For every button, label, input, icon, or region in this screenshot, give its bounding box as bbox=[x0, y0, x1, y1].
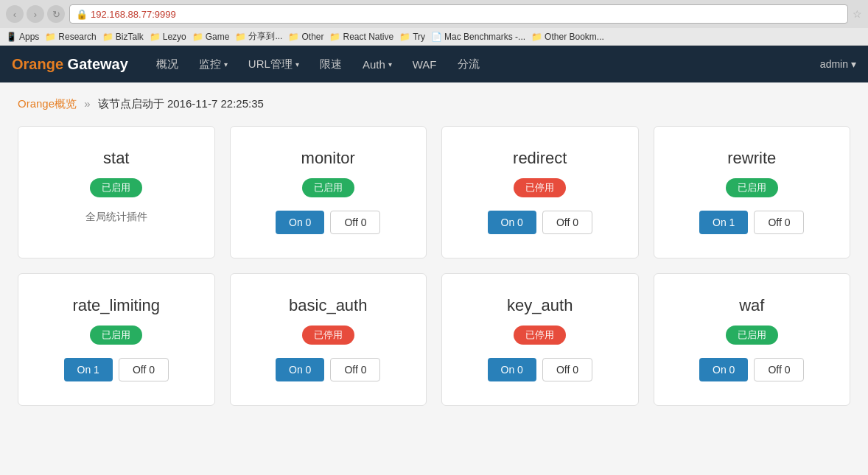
breadcrumb-separator: » bbox=[84, 97, 90, 110]
off-button[interactable]: Off 0 bbox=[754, 358, 804, 381]
navbar-right: admin ▾ bbox=[820, 58, 856, 70]
address-url: 192.168.88.77:9999 bbox=[91, 9, 176, 20]
on-button[interactable]: On 0 bbox=[276, 358, 324, 381]
off-button[interactable]: Off 0 bbox=[542, 211, 592, 234]
chevron-down-icon: ▾ bbox=[851, 58, 856, 70]
chevron-down-icon: ▾ bbox=[224, 60, 228, 68]
refresh-button[interactable]: ↻ bbox=[47, 5, 65, 23]
bookmark-react-native[interactable]: 📁 React Native bbox=[329, 32, 393, 42]
on-button[interactable]: On 0 bbox=[488, 211, 536, 234]
chevron-down-icon: ▾ bbox=[295, 60, 299, 68]
card-key-auth: key_auth 已停用 On 0 Off 0 bbox=[441, 273, 639, 406]
brand-orange: Orange bbox=[12, 56, 63, 72]
on-button[interactable]: On 0 bbox=[488, 358, 536, 381]
admin-dropdown[interactable]: admin ▾ bbox=[820, 58, 856, 70]
navbar: Orange Gateway 概况 监控▾ URL管理▾ 限速 Auth▾ WA… bbox=[0, 46, 868, 82]
bookmark-other[interactable]: 📁 Other bbox=[288, 32, 323, 42]
card-title: rewrite bbox=[727, 149, 776, 168]
card-title: rate_limiting bbox=[72, 296, 160, 315]
back-button[interactable]: ‹ bbox=[6, 5, 24, 23]
nav-rate-limit[interactable]: 限速 bbox=[309, 46, 352, 82]
address-bar[interactable]: 🔒 192.168.88.77:9999 bbox=[69, 4, 848, 24]
card-title: basic_auth bbox=[289, 296, 367, 315]
card-rewrite: rewrite 已启用 On 1 Off 0 bbox=[654, 126, 851, 258]
bookmark-apps[interactable]: 📱 Apps bbox=[6, 32, 39, 42]
brand-logo[interactable]: Orange Gateway bbox=[12, 56, 128, 73]
bookmark-lezyo[interactable]: 📁 Lezyo bbox=[150, 32, 186, 42]
card-title: stat bbox=[103, 149, 129, 168]
card-actions: On 0 Off 0 bbox=[276, 358, 380, 381]
bookmark-research[interactable]: 📁 Research bbox=[45, 32, 96, 42]
off-button[interactable]: Off 0 bbox=[119, 358, 169, 381]
off-button[interactable]: Off 0 bbox=[542, 358, 592, 381]
card-title: redirect bbox=[513, 149, 567, 168]
on-button[interactable]: On 1 bbox=[64, 358, 113, 381]
lock-icon: 🔒 bbox=[76, 9, 88, 20]
status-badge: 已启用 bbox=[726, 326, 778, 345]
star-icon[interactable]: ☆ bbox=[853, 8, 862, 20]
nav-auth[interactable]: Auth▾ bbox=[352, 46, 402, 82]
nav-distribution[interactable]: 分流 bbox=[447, 46, 490, 82]
card-actions: On 1 Off 0 bbox=[64, 358, 169, 381]
brand-white: Gateway bbox=[63, 56, 128, 72]
bookmark-try[interactable]: 📁 Try bbox=[399, 32, 425, 42]
breadcrumb-text: 该节点启动于 2016-11-7 22:25:35 bbox=[98, 97, 264, 110]
nav-links: 概况 监控▾ URL管理▾ 限速 Auth▾ WAF 分流 bbox=[146, 46, 820, 82]
nav-overview[interactable]: 概况 bbox=[146, 46, 189, 82]
card-actions: On 1 Off 0 bbox=[699, 211, 804, 234]
card-actions: On 0 Off 0 bbox=[488, 358, 592, 381]
card-title: monitor bbox=[301, 149, 355, 168]
chevron-down-icon: ▾ bbox=[388, 60, 392, 68]
bookmark-biztalk[interactable]: 📁 BizTalk bbox=[102, 32, 144, 42]
card-rate-limiting: rate_limiting 已启用 On 1 Off 0 bbox=[18, 273, 215, 406]
card-monitor: monitor 已启用 On 0 Off 0 bbox=[230, 126, 427, 258]
status-badge: 已停用 bbox=[514, 326, 566, 345]
browser-chrome: ‹ › ↻ 🔒 192.168.88.77:9999 ☆ 📱 Apps 📁 Re… bbox=[0, 0, 868, 46]
card-basic-auth: basic_auth 已停用 On 0 Off 0 bbox=[230, 273, 427, 406]
admin-label: admin bbox=[820, 58, 848, 70]
forward-button[interactable]: › bbox=[27, 5, 44, 23]
status-badge: 已启用 bbox=[90, 326, 142, 345]
card-actions: On 0 Off 0 bbox=[276, 211, 380, 234]
status-badge: 已停用 bbox=[302, 326, 354, 345]
off-button[interactable]: Off 0 bbox=[754, 211, 804, 234]
browser-toolbar: ‹ › ↻ 🔒 192.168.88.77:9999 ☆ bbox=[0, 0, 868, 28]
status-badge: 已启用 bbox=[90, 178, 142, 197]
nav-buttons: ‹ › ↻ bbox=[6, 5, 65, 23]
card-actions: On 0 Off 0 bbox=[488, 211, 592, 234]
breadcrumb-link[interactable]: Orange概览 bbox=[18, 97, 77, 110]
breadcrumb: Orange概览 » 该节点启动于 2016-11-7 22:25:35 bbox=[18, 97, 850, 111]
status-badge: 已启用 bbox=[302, 178, 354, 197]
card-title: key_auth bbox=[507, 296, 573, 315]
bookmarks-bar: 📱 Apps 📁 Research 📁 BizTalk 📁 Lezyo 📁 Ga… bbox=[0, 28, 868, 45]
nav-monitor[interactable]: 监控▾ bbox=[189, 46, 238, 82]
nav-waf[interactable]: WAF bbox=[402, 46, 447, 82]
card-stat: stat 已启用 全局统计插件 bbox=[18, 126, 215, 258]
card-actions: On 0 Off 0 bbox=[699, 358, 804, 381]
cards-grid: stat 已启用 全局统计插件 monitor 已启用 On 0 Off 0 r… bbox=[18, 126, 850, 406]
card-description: 全局统计插件 bbox=[85, 211, 147, 224]
on-button[interactable]: On 0 bbox=[276, 211, 324, 234]
off-button[interactable]: Off 0 bbox=[330, 211, 380, 234]
bookmark-game[interactable]: 📁 Game bbox=[192, 32, 230, 42]
card-title: waf bbox=[739, 296, 764, 315]
nav-url-management[interactable]: URL管理▾ bbox=[238, 46, 309, 82]
off-button[interactable]: Off 0 bbox=[330, 358, 380, 381]
on-button[interactable]: On 0 bbox=[699, 358, 748, 381]
main-content: Orange概览 » 该节点启动于 2016-11-7 22:25:35 sta… bbox=[0, 82, 868, 421]
bookmark-other-bookmarks[interactable]: 📁 Other Bookm... bbox=[531, 32, 604, 42]
on-button[interactable]: On 1 bbox=[699, 211, 748, 234]
bookmark-share[interactable]: 📁 分享到... bbox=[235, 30, 282, 43]
status-badge: 已停用 bbox=[514, 178, 566, 197]
bookmark-mac-benchmarks[interactable]: 📄 Mac Benchmarks -... bbox=[431, 32, 525, 42]
status-badge: 已启用 bbox=[726, 178, 778, 197]
card-redirect: redirect 已停用 On 0 Off 0 bbox=[441, 126, 639, 258]
card-waf: waf 已启用 On 0 Off 0 bbox=[654, 273, 851, 406]
